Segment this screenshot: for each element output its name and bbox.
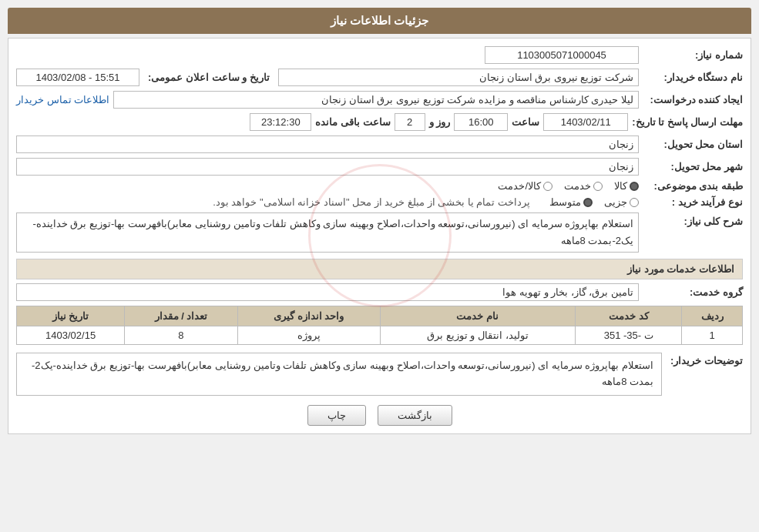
general-desc-value: استعلام بهاپروژه سرمایه ای (نیرورسانی،تو… [16,212,639,253]
process-radio-motavaset[interactable]: متوسط [549,196,593,208]
col-header-date: تاریخ نیاز [17,306,125,326]
general-desc-row: شرح کلی نیاز: استعلام بهاپروژه سرمایه ای… [16,212,743,253]
deadline-remaining-label: ساعت باقی مانده [315,116,390,128]
process-radio-group: جزیی متوسط پرداخت تمام یا بخشی از مبلغ خ… [213,196,639,208]
need-number-row: شماره نیاز: 1103005071000045 [16,46,743,64]
process-note: پرداخت تمام یا بخشی از مبلغ خرید از محل … [213,196,530,208]
services-section-label: اطلاعات خدمات مورد نیاز [627,263,734,275]
services-table: ردیف کد خدمت نام خدمت واحد اندازه گیری ت… [16,306,743,345]
page-header: جزئیات اطلاعات نیاز [8,8,751,34]
cell-quantity: 8 [125,326,238,345]
announcement-label: تاریخ و ساعت اعلان عمومی: [143,72,274,83]
service-group-label: گروه خدمت: [643,286,743,298]
announcement-value: 1403/02/08 - 15:51 [16,69,139,86]
creator-label: ایجاد کننده درخواست: [643,94,743,105]
col-header-service-name: نام خدمت [380,306,575,326]
city-label: شهر محل تحویل: [643,161,743,172]
buyer-org-value: شرکت توزیع نیروی برق استان زنجان [278,69,639,86]
creator-row: ایجاد کننده درخواست: لیلا حیدری کارشناس … [16,91,743,109]
deadline-remaining: 23:12:30 [250,113,311,131]
creator-value: لیلا حیدری کارشناس مناقصه و مزایده شرکت … [113,91,639,109]
process-radio-jozei[interactable]: جزیی [604,196,639,208]
buyer-desc-value: استعلام بهاپروژه سرمایه ای (نیرورسانی،تو… [16,353,662,396]
cell-date: 1403/02/15 [17,326,125,345]
province-row: استان محل تحویل: زنجان [16,136,743,153]
page-title: جزئیات اطلاعات نیاز [331,14,428,27]
city-value: زنجان [16,158,639,176]
process-label: نوع فرآیند خرید : [643,196,743,208]
radio-khedmat-circle [593,182,603,191]
table-row: 1 ت -35- 351 تولید، انتقال و توزیع برق پ… [17,326,743,345]
service-group-value: تامین برق، گاز، بخار و تهویه هوا [16,283,639,301]
deadline-days-label: روز و [429,116,451,128]
radio-motavaset-label: متوسط [549,196,581,208]
deadline-label: مهلت ارسال پاسخ تا تاریخ: [632,116,743,128]
category-row: طبقه بندی موضوعی: کالا خدمت کالا/خدمت [16,180,743,192]
radio-khedmat-label: خدمت [564,180,591,192]
cell-service-code: ت -35- 351 [576,326,682,345]
category-radio-khedmat[interactable]: خدمت [564,180,603,192]
cell-service-name: تولید، انتقال و توزیع برق [380,326,575,345]
city-row: شهر محل تحویل: زنجان [16,158,743,176]
province-value: زنجان [16,136,639,153]
process-row: نوع فرآیند خرید : جزیی متوسط پرداخت تمام… [16,196,743,208]
category-radio-kala-khedmat[interactable]: کالا/خدمت [498,180,552,192]
back-button[interactable]: بازگشت [378,405,452,426]
category-radio-kala[interactable]: کالا [614,180,639,192]
province-label: استان محل تحویل: [643,139,743,150]
col-header-row-num: ردیف [682,306,743,326]
deadline-row: مهلت ارسال پاسخ تا تاریخ: 1403/02/11 ساع… [16,113,743,131]
category-radio-group: کالا خدمت کالا/خدمت [498,180,639,192]
radio-motavaset-circle [583,198,593,207]
contact-link[interactable]: اطلاعات تماس خریدار [16,94,109,105]
category-label: طبقه بندی موضوعی: [643,180,743,192]
deadline-date: 1403/02/11 [543,113,628,131]
deadline-time: 16:00 [454,113,508,131]
radio-kala-label: کالا [614,180,627,192]
page-container: جزئیات اطلاعات نیاز شماره نیاز: 11030050… [0,0,759,532]
buyer-desc-label: توضیحات خریدار: [666,353,743,366]
general-desc-label: شرح کلی نیاز: [643,212,743,227]
need-number-value: 1103005071000045 [485,46,639,64]
buyer-org-row: نام دستگاه خریدار: شرکت توزیع نیروی برق … [16,69,743,86]
main-content: شماره نیاز: 1103005071000045 نام دستگاه … [8,38,751,434]
col-header-service-code: کد خدمت [576,306,682,326]
radio-kala-circle [630,182,639,191]
col-header-quantity: تعداد / مقدار [125,306,238,326]
radio-kala-khedmat-circle [543,182,552,191]
service-group-row: گروه خدمت: تامین برق، گاز، بخار و تهویه … [16,283,743,301]
radio-kala-khedmat-label: کالا/خدمت [498,180,541,192]
cell-row-num: 1 [682,326,743,345]
deadline-days: 2 [395,113,425,131]
print-button[interactable]: چاپ [307,405,366,426]
col-header-unit: واحد اندازه گیری [237,306,380,326]
deadline-time-label: ساعت [512,116,539,128]
radio-jozei-label: جزیی [604,196,627,208]
services-section-header: اطلاعات خدمات مورد نیاز [16,259,743,279]
buyer-desc-row: توضیحات خریدار: استعلام بهاپروژه سرمایه … [16,353,743,396]
cell-unit: پروژه [237,326,380,345]
button-row: بازگشت چاپ [16,405,743,426]
radio-jozei-circle [630,198,639,207]
need-number-label: شماره نیاز: [643,49,743,61]
buyer-org-label: نام دستگاه خریدار: [643,72,743,83]
